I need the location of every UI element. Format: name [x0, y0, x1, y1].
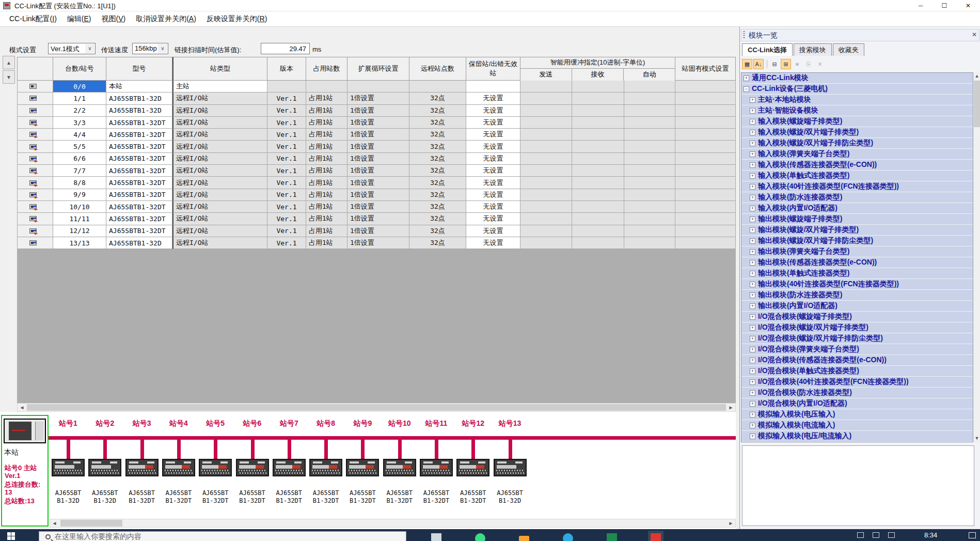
- tree-item[interactable]: +I/O混合模块(弹簧夹端子台类型): [741, 344, 973, 355]
- cell-buffer-recv[interactable]: [572, 237, 624, 249]
- cell-buffer-recv[interactable]: [572, 177, 624, 189]
- cell-station-id[interactable]: 10/10: [53, 201, 106, 213]
- station-kind-icon-cell[interactable]: ◄►: [17, 165, 53, 177]
- cell-buffer-recv[interactable]: [572, 141, 624, 152]
- expand-plus-icon[interactable]: +: [750, 303, 755, 309]
- cell-fixed-mode[interactable]: [675, 225, 736, 237]
- cell-occupied[interactable]: 占用1站: [306, 153, 347, 165]
- cell-model[interactable]: AJ65SBTB1-32DT: [106, 213, 172, 225]
- cell-station-type[interactable]: 远程I/O站: [172, 201, 267, 213]
- cell-station-id[interactable]: 3/3: [53, 117, 106, 129]
- scroll-left-icon[interactable]: ◄: [18, 404, 26, 411]
- cell-station-type[interactable]: 远程I/O站: [172, 92, 267, 104]
- cell-station-type[interactable]: 远程I/O站: [172, 153, 267, 165]
- panel-close-icon[interactable]: ✕: [972, 31, 977, 38]
- group-view-icon[interactable]: ▦: [742, 59, 752, 69]
- station-kind-icon-cell[interactable]: ◄►: [17, 129, 53, 141]
- cell-occupied[interactable]: 占用1站: [306, 177, 347, 189]
- taskbar-app-icon-3[interactable]: [516, 531, 532, 541]
- cell-version[interactable]: Ver.1: [267, 92, 306, 104]
- cell-station-id[interactable]: 11/11: [53, 213, 106, 225]
- chevron-down-icon[interactable]: ∨: [85, 44, 94, 53]
- cell-buffer-recv[interactable]: [572, 213, 624, 225]
- cell-buffer-send[interactable]: [520, 92, 572, 104]
- delete-icon[interactable]: ✕: [815, 59, 825, 69]
- cell-occupied[interactable]: 占用1站: [306, 105, 347, 117]
- start-button[interactable]: [7, 532, 15, 540]
- cell-version[interactable]: Ver.1: [267, 141, 306, 152]
- expand-plus-icon[interactable]: +: [750, 412, 755, 418]
- minimize-button[interactable]: ─: [909, 0, 932, 11]
- cell-model[interactable]: AJ65SBTB1-32D: [106, 237, 172, 249]
- expand-plus-icon[interactable]: +: [750, 336, 755, 342]
- tree-item[interactable]: +I/O混合模块(40针连接器类型(FCN连接器类型)): [741, 377, 973, 388]
- scroll-down-button[interactable]: ▼: [3, 70, 15, 84]
- cell-fixed-mode[interactable]: [675, 189, 736, 201]
- tray-volume-icon[interactable]: [873, 532, 879, 538]
- cell-buffer-send[interactable]: [520, 141, 572, 152]
- station-kind-icon-cell[interactable]: ◄►: [17, 213, 53, 225]
- cell-cycle[interactable]: 1倍设置: [347, 201, 409, 213]
- scroll-up-button[interactable]: ▲: [3, 56, 15, 69]
- station-kind-icon-cell[interactable]: [17, 81, 53, 92]
- expand-plus-icon[interactable]: +: [750, 379, 755, 385]
- cell-points[interactable]: 32点: [409, 153, 466, 165]
- tree-item[interactable]: +主站·智能设备模块: [741, 105, 973, 116]
- cell-reserve[interactable]: 无设置: [466, 213, 520, 225]
- taskbar-clock[interactable]: 8:34: [924, 531, 937, 539]
- cell-buffer-send[interactable]: [520, 177, 572, 189]
- station-kind-icon-cell[interactable]: ◄: [17, 92, 53, 104]
- cell-points[interactable]: 32点: [409, 129, 466, 141]
- taskbar-app-icon-4[interactable]: [560, 531, 576, 541]
- cell-cycle[interactable]: 1倍设置: [347, 129, 409, 141]
- cell-occupied[interactable]: 占用1站: [306, 117, 347, 129]
- expand-plus-icon[interactable]: +: [750, 173, 755, 179]
- scroll-down-icon[interactable]: ▼: [973, 435, 980, 442]
- cell-model[interactable]: AJ65SBTB1-32DT: [106, 117, 172, 129]
- expand-plus-icon[interactable]: +: [750, 292, 755, 298]
- tree-item[interactable]: +I/O混合模块(传感器连接器类型(e-CON)): [741, 355, 973, 366]
- cell-station-type[interactable]: 远程I/O站: [172, 177, 267, 189]
- favorite-icon[interactable]: ★: [792, 59, 802, 69]
- drag-grip-icon[interactable]: [743, 31, 745, 39]
- cell-buffer-auto[interactable]: [624, 213, 675, 225]
- cell-model[interactable]: AJ65SBTB1-32D: [106, 92, 172, 104]
- cell-station-type[interactable]: 远程I/O站: [172, 237, 267, 249]
- cell-occupied[interactable]: 占用1站: [306, 213, 347, 225]
- cell-model[interactable]: AJ65SBTB1-32DT: [106, 141, 172, 152]
- cell-reserve[interactable]: 无设置: [466, 225, 520, 237]
- cell-version[interactable]: Ver.1: [267, 225, 306, 237]
- table-hscrollbar[interactable]: ◄ ►: [17, 403, 736, 412]
- cell-buffer-recv[interactable]: [572, 92, 624, 104]
- cell-fixed-mode[interactable]: [675, 141, 736, 152]
- cell-version[interactable]: Ver.1: [267, 237, 306, 249]
- cell-fixed-mode[interactable]: [675, 105, 736, 117]
- cell-occupied[interactable]: 占用1站: [306, 201, 347, 213]
- tree-item[interactable]: +I/O混合模块(螺旋端子排类型): [741, 312, 973, 322]
- station-kind-icon-cell[interactable]: ◄: [17, 237, 53, 249]
- expand-plus-icon[interactable]: +: [750, 195, 755, 200]
- cell-buffer-auto[interactable]: [624, 237, 675, 249]
- cell-points[interactable]: 32点: [409, 201, 466, 213]
- expand-plus-icon[interactable]: +: [750, 108, 755, 114]
- cell-buffer-auto[interactable]: [624, 153, 675, 165]
- cell-fixed-mode[interactable]: [675, 201, 736, 213]
- cell-occupied[interactable]: 占用1站: [306, 225, 347, 237]
- expand-plus-icon[interactable]: +: [750, 162, 755, 168]
- cell-model[interactable]: AJ65SBTB1-32DT: [106, 165, 172, 177]
- cell-station-id[interactable]: 5/5: [53, 141, 106, 152]
- cell-cycle[interactable]: 1倍设置: [347, 165, 409, 177]
- expand-plus-icon[interactable]: +: [750, 151, 755, 157]
- menu-item-2[interactable]: 编辑(E): [62, 12, 97, 26]
- tree-item[interactable]: +模拟输入模块(电压/电流输入): [741, 431, 973, 442]
- tree-item[interactable]: +I/O混合模块(螺旋/双片端子排类型): [741, 322, 973, 333]
- cell-station-type[interactable]: 远程I/O站: [172, 213, 267, 225]
- expand-plus-icon[interactable]: +: [750, 238, 755, 244]
- expand-plus-icon[interactable]: +: [750, 119, 755, 125]
- cell-buffer-recv[interactable]: [572, 153, 624, 165]
- cell-buffer-recv[interactable]: [572, 165, 624, 177]
- expand-plus-icon[interactable]: +: [750, 249, 755, 255]
- cell-fixed-mode[interactable]: [675, 129, 736, 141]
- cell-fixed-mode[interactable]: [675, 165, 736, 177]
- tree-item[interactable]: +输出模块(内置I/O适配器): [741, 301, 973, 312]
